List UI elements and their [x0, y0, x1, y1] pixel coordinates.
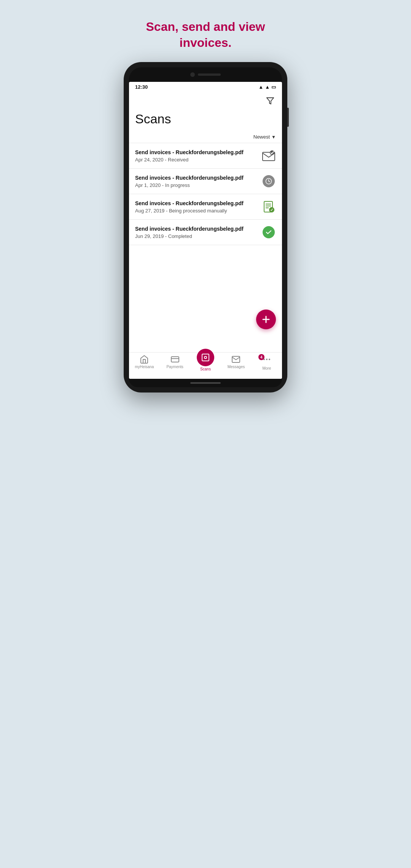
sort-button[interactable]: Newest ▼ — [253, 134, 276, 140]
svg-text:✓: ✓ — [270, 208, 273, 212]
table-row[interactable]: Send invoices - Rueckforderungsbeleg.pdf… — [129, 143, 282, 169]
table-row[interactable]: Send invoices - Rueckforderungsbeleg.pdf… — [129, 169, 282, 194]
nav-label-payments: Payments — [166, 365, 183, 369]
status-icon-received — [261, 148, 276, 163]
nav-item-payments[interactable]: Payments — [159, 355, 190, 376]
scans-active-circle — [197, 349, 214, 366]
invoice-title: Send invoices - Rueckforderungsbeleg.pdf — [135, 225, 257, 232]
invoice-list: Send invoices - Rueckforderungsbeleg.pdf… — [129, 143, 282, 245]
status-icons: ▲ ▲ ▭ — [258, 84, 276, 90]
svg-point-15 — [204, 356, 207, 359]
status-icon-inprogress — [261, 174, 276, 188]
scans-icon — [201, 353, 210, 362]
phone-side-button — [287, 108, 289, 127]
invoice-meta: Aug 27, 2019 - Being processed manually — [135, 208, 257, 214]
filter-button[interactable] — [264, 95, 276, 108]
status-bar: 12:30 ▲ ▲ ▭ — [129, 82, 282, 92]
completed-icon — [263, 226, 275, 238]
page-title: Scans — [129, 108, 282, 134]
nav-item-more[interactable]: 4 More — [252, 355, 282, 376]
home-indicator — [190, 382, 221, 384]
nav-item-messages[interactable]: Messages — [221, 355, 251, 376]
wifi-icon: ▲ — [258, 84, 263, 90]
table-row[interactable]: Send invoices - Rueckforderungsbeleg.pdf… — [129, 220, 282, 245]
status-icon-manual: ✓ — [261, 199, 276, 214]
status-time: 12:30 — [135, 84, 148, 90]
invoice-info: Send invoices - Rueckforderungsbeleg.pdf… — [135, 225, 257, 239]
svg-rect-12 — [171, 357, 179, 362]
more-badge: 4 — [258, 354, 264, 360]
nav-label-more: More — [262, 366, 271, 370]
invoice-meta: Jun 29, 2019 - Completed — [135, 233, 257, 239]
app-content: Scans Newest ▼ Send invoices - Rueckford… — [129, 92, 282, 352]
hero-title: Scan, send and view invoices. — [103, 8, 308, 62]
payments-icon — [170, 355, 180, 364]
svg-point-16 — [264, 359, 264, 360]
invoice-meta: Apr 24, 2020 - Received — [135, 157, 257, 163]
sort-arrow-icon: ▼ — [271, 134, 276, 140]
nav-item-myheisana[interactable]: myHeisana — [129, 355, 159, 376]
phone-shell: 12:30 ▲ ▲ ▭ Scans Newes — [124, 62, 287, 393]
invoice-title: Send invoices - Rueckforderungsbeleg.pdf — [135, 174, 257, 181]
svg-rect-14 — [202, 354, 209, 361]
invoice-title: Send invoices - Rueckforderungsbeleg.pdf — [135, 200, 257, 207]
phone-speaker — [198, 73, 221, 76]
table-row[interactable]: Send invoices - Rueckforderungsbeleg.pdf… — [129, 194, 282, 220]
add-scan-button[interactable] — [256, 310, 276, 329]
invoice-title: Send invoices - Rueckforderungsbeleg.pdf — [135, 149, 257, 156]
home-icon — [140, 355, 149, 364]
nav-label-scans: Scans — [200, 367, 211, 371]
messages-icon — [231, 355, 241, 364]
phone-bottom-bar — [129, 379, 282, 387]
invoice-info: Send invoices - Rueckforderungsbeleg.pdf… — [135, 149, 257, 163]
inprogress-icon — [263, 175, 275, 187]
nav-label-messages: Messages — [228, 365, 245, 369]
svg-marker-0 — [267, 98, 274, 104]
phone-screen: 12:30 ▲ ▲ ▭ Scans Newes — [129, 82, 282, 379]
sort-row: Newest ▼ — [129, 134, 282, 143]
status-icon-completed — [261, 225, 276, 239]
svg-point-17 — [266, 359, 267, 360]
invoice-meta: Apr 1, 2020 - In progress — [135, 182, 257, 188]
invoice-info: Send invoices - Rueckforderungsbeleg.pdf… — [135, 174, 257, 188]
svg-point-18 — [269, 359, 270, 360]
signal-icon: ▲ — [265, 84, 270, 90]
phone-camera — [190, 72, 195, 77]
app-header — [129, 92, 282, 108]
nav-item-scans[interactable]: Scans — [190, 355, 221, 376]
invoice-info: Send invoices - Rueckforderungsbeleg.pdf… — [135, 200, 257, 214]
bottom-nav: myHeisana Payments Scans — [129, 352, 282, 379]
battery-icon: ▭ — [271, 84, 276, 90]
nav-label-myheisana: myHeisana — [135, 365, 154, 369]
sort-label: Newest — [253, 134, 270, 140]
more-icon-wrap: 4 — [262, 355, 271, 365]
phone-top-bar — [129, 67, 282, 82]
svg-point-2 — [270, 150, 274, 155]
fab-wrap — [256, 310, 276, 329]
